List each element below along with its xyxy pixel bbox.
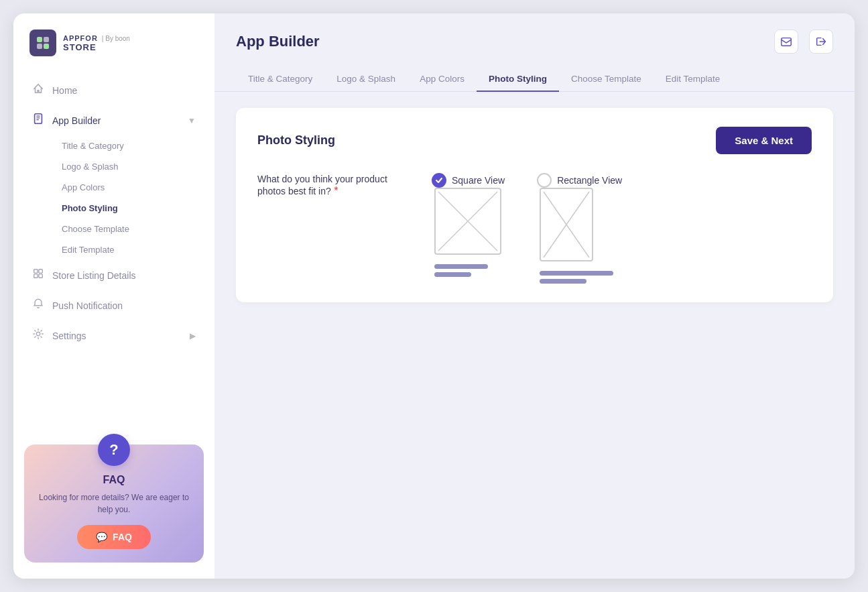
logo-text: APPFOR | By boon STORE bbox=[63, 34, 130, 52]
svg-rect-2 bbox=[37, 44, 42, 49]
svg-rect-11 bbox=[39, 274, 42, 278]
faq-icon: ? bbox=[98, 434, 130, 466]
sidebar-nav: Home App Builder ▼ Title & Category Logo… bbox=[13, 75, 214, 434]
logo-icon bbox=[29, 29, 56, 56]
sidebar-item-settings-label: Settings bbox=[52, 331, 182, 341]
svg-rect-9 bbox=[39, 270, 42, 273]
faq-card: ? FAQ Looking for more details? We are e… bbox=[24, 445, 204, 563]
sidebar-item-settings[interactable]: Settings ▶ bbox=[21, 320, 206, 351]
sidebar-item-home-label: Home bbox=[52, 85, 196, 96]
square-preview-box bbox=[434, 188, 501, 255]
square-view-label: Square View bbox=[452, 175, 505, 186]
panel-header: Photo Styling Save & Next bbox=[257, 127, 812, 154]
mail-icon-button[interactable] bbox=[774, 29, 798, 54]
square-view-radio[interactable]: Square View bbox=[432, 173, 505, 188]
tab-choose-template[interactable]: Choose Template bbox=[559, 67, 654, 92]
tab-title-category[interactable]: Title & Category bbox=[236, 67, 324, 92]
sidebar-item-store-listing[interactable]: Store Listing Details bbox=[21, 260, 206, 290]
sub-nav: Title & Category Logo & Splash App Color… bbox=[21, 135, 206, 260]
rectangle-view-preview bbox=[540, 188, 613, 284]
tab-app-colors[interactable]: App Colors bbox=[408, 67, 477, 92]
svg-rect-6 bbox=[36, 117, 40, 118]
svg-rect-1 bbox=[44, 37, 49, 42]
sidebar-item-push-notification-label: Push Notification bbox=[52, 300, 196, 311]
preview-line-short bbox=[434, 272, 471, 277]
faq-description: Looking for more details? We are eager t… bbox=[35, 491, 193, 516]
rect-preview-box bbox=[540, 188, 593, 261]
question-text: What do you think your product photos be… bbox=[257, 173, 391, 197]
sidebar-item-title-category[interactable]: Title & Category bbox=[51, 135, 198, 156]
svg-rect-5 bbox=[36, 116, 40, 117]
svg-rect-10 bbox=[34, 274, 38, 278]
svg-rect-0 bbox=[37, 37, 42, 42]
sidebar-item-edit-template[interactable]: Edit Template bbox=[51, 239, 198, 260]
svg-rect-3 bbox=[44, 44, 49, 49]
preview-line-xlong bbox=[540, 271, 613, 276]
svg-rect-8 bbox=[34, 270, 38, 273]
svg-rect-4 bbox=[35, 114, 42, 123]
rectangle-view-radio-circle bbox=[537, 173, 552, 188]
logo-byboon: | By boon bbox=[102, 35, 130, 42]
square-view-lines bbox=[434, 264, 488, 277]
save-next-button[interactable]: Save & Next bbox=[716, 127, 812, 154]
sidebar-logo: APPFOR | By boon STORE bbox=[13, 29, 214, 75]
content-panel: Photo Styling Save & Next What do you th… bbox=[236, 108, 833, 302]
rectangle-view-lines bbox=[540, 271, 613, 284]
main-content: App Builder Title & Category Logo & Spla… bbox=[214, 13, 855, 579]
sidebar-item-app-builder[interactable]: App Builder ▼ bbox=[21, 105, 206, 135]
square-view-preview bbox=[434, 188, 501, 277]
square-view-radio-circle bbox=[432, 173, 446, 188]
header-icons bbox=[774, 29, 833, 54]
preview-line-long bbox=[434, 264, 488, 269]
tab-logo-splash[interactable]: Logo & Splash bbox=[324, 67, 408, 92]
faq-title: FAQ bbox=[103, 474, 125, 486]
sidebar-item-home[interactable]: Home bbox=[21, 75, 206, 105]
tab-edit-template[interactable]: Edit Template bbox=[654, 67, 733, 92]
rectangle-view-label: Rectangle View bbox=[557, 175, 622, 186]
rectangle-view-option: Rectangle View bbox=[537, 173, 622, 284]
tab-photo-styling[interactable]: Photo Styling bbox=[477, 67, 559, 92]
logout-icon-button[interactable] bbox=[809, 29, 833, 54]
faq-button-label: FAQ bbox=[113, 532, 132, 542]
square-view-option: Square View bbox=[432, 173, 505, 277]
preview-line-xshort bbox=[540, 279, 586, 284]
logo-store: STORE bbox=[63, 42, 130, 52]
store-listing-icon bbox=[32, 268, 44, 283]
settings-icon bbox=[32, 328, 44, 343]
svg-rect-7 bbox=[36, 119, 39, 120]
sidebar-item-app-colors[interactable]: App Colors bbox=[51, 177, 198, 198]
sidebar: APPFOR | By boon STORE Home App Builder bbox=[13, 13, 214, 579]
photo-options: Square View bbox=[432, 173, 622, 284]
chat-icon: 💬 bbox=[96, 532, 107, 542]
chevron-right-icon: ▶ bbox=[190, 331, 196, 341]
faq-button[interactable]: 💬 FAQ bbox=[77, 525, 151, 549]
app-builder-icon bbox=[32, 113, 44, 128]
page-title: App Builder bbox=[236, 33, 320, 50]
rectangle-view-radio[interactable]: Rectangle View bbox=[537, 173, 622, 188]
panel-title: Photo Styling bbox=[257, 133, 335, 147]
svg-rect-13 bbox=[782, 38, 791, 46]
sidebar-item-push-notification[interactable]: Push Notification bbox=[21, 290, 206, 320]
sidebar-item-app-builder-label: App Builder bbox=[52, 115, 180, 126]
required-indicator: * bbox=[334, 185, 338, 196]
question-row: What do you think your product photos be… bbox=[257, 173, 812, 284]
chevron-down-icon: ▼ bbox=[188, 116, 196, 125]
svg-point-12 bbox=[36, 332, 40, 335]
sidebar-item-choose-template[interactable]: Choose Template bbox=[51, 219, 198, 239]
logo-appfor: APPFOR bbox=[63, 34, 98, 42]
app-container: APPFOR | By boon STORE Home App Builder bbox=[13, 13, 855, 579]
sidebar-item-store-listing-label: Store Listing Details bbox=[52, 270, 196, 281]
home-icon bbox=[32, 82, 44, 98]
bell-icon bbox=[32, 298, 44, 313]
sidebar-item-logo-splash[interactable]: Logo & Splash bbox=[51, 156, 198, 177]
sidebar-item-photo-styling[interactable]: Photo Styling bbox=[51, 198, 198, 219]
tabs-bar: Title & Category Logo & Splash App Color… bbox=[214, 54, 855, 92]
main-header: App Builder bbox=[214, 13, 855, 54]
